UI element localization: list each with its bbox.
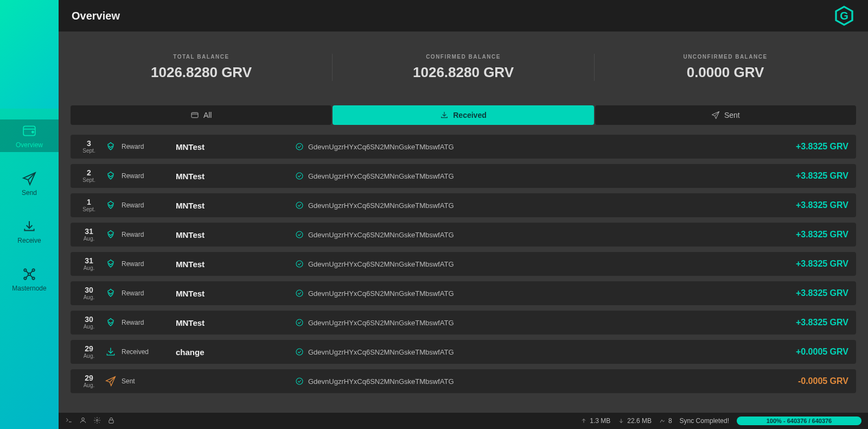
reward-icon <box>100 171 122 181</box>
tx-type: Reward <box>122 201 176 209</box>
lock-icon[interactable] <box>107 417 115 426</box>
transaction-row[interactable]: 31 Aug. Reward MNTest GdevnUgzrHYxCq6SN2… <box>71 223 856 247</box>
tx-address: GdevnUgzrHYxCq6SN2MNnGskeTMbswfATG <box>308 260 454 268</box>
sidebar-item-masternode[interactable]: Masternode <box>0 263 59 295</box>
tx-address-wrap: GdevnUgzrHYxCq6SN2MNnGskeTMbswfATG <box>295 318 751 327</box>
sync-progress-bar: 100% - 640376 / 640376 <box>737 417 861 425</box>
tx-month: Aug. <box>78 354 100 359</box>
tx-address-wrap: GdevnUgzrHYxCq6SN2MNnGskeTMbswfATG <box>295 230 751 239</box>
user-icon[interactable] <box>79 417 87 426</box>
tx-type: Sent <box>122 377 176 385</box>
check-icon <box>295 318 304 327</box>
tx-date: 30 Aug. <box>78 286 100 300</box>
tx-day: 30 <box>78 316 100 323</box>
total-balance: TOTAL BALANCE 1026.8280 GRV <box>71 54 333 81</box>
tx-address-wrap: GdevnUgzrHYxCq6SN2MNnGskeTMbswfATG <box>295 289 751 298</box>
tx-month: Aug. <box>78 295 100 300</box>
tx-date: 3 Sept. <box>78 140 100 154</box>
tx-amount: +0.0005 GRV <box>751 347 848 357</box>
sent-icon <box>100 376 122 387</box>
tx-type: Reward <box>122 143 176 150</box>
peers-stat: 8 <box>659 417 672 425</box>
sidebar-item-overview[interactable]: Overview <box>0 119 59 152</box>
confirmed-balance: CONFIRMED BALANCE 1026.8280 GRV <box>333 54 595 81</box>
reward-icon <box>100 258 122 269</box>
tx-address: GdevnUgzrHYxCq6SN2MNnGskeTMbswfATG <box>308 172 454 180</box>
total-balance-value: 1026.8280 GRV <box>71 64 332 81</box>
tx-date: 31 Aug. <box>78 228 100 242</box>
app-logo-icon[interactable] <box>833 5 855 27</box>
tx-type: Reward <box>122 172 176 180</box>
check-icon <box>295 260 304 268</box>
tx-label: MNTest <box>176 172 295 181</box>
transaction-list[interactable]: 3 Sept. Reward MNTest GdevnUgzrHYxCq6SN2… <box>71 135 856 407</box>
tx-month: Aug. <box>78 266 100 271</box>
tx-amount: +3.8325 GRV <box>751 288 848 298</box>
download-icon <box>618 418 624 424</box>
sidebar-item-label: Send <box>22 189 37 197</box>
tx-type: Reward <box>122 260 176 268</box>
transaction-row[interactable]: 29 Aug. Sent GdevnUgzrHYxCq6SN2MNnGskeTM… <box>71 369 856 393</box>
header: Overview <box>59 0 868 31</box>
tab-received[interactable]: Received <box>333 105 593 125</box>
tx-month: Aug. <box>78 324 100 330</box>
tx-day: 1 <box>78 198 100 206</box>
transaction-row[interactable]: 1 Sept. Reward MNTest GdevnUgzrHYxCq6SN2… <box>71 193 856 217</box>
sidebar-item-label: Overview <box>16 141 43 149</box>
transaction-row[interactable]: 2 Sept. Reward MNTest GdevnUgzrHYxCq6SN2… <box>71 164 856 188</box>
tx-day: 2 <box>78 169 100 176</box>
filter-tabs: All Received Sent <box>71 105 856 125</box>
transaction-row[interactable]: 31 Aug. Reward MNTest GdevnUgzrHYxCq6SN2… <box>71 252 856 276</box>
tx-date: 1 Sept. <box>78 198 100 212</box>
tx-type: Reward <box>122 289 176 297</box>
all-icon <box>190 111 199 119</box>
check-icon <box>295 201 304 210</box>
console-icon[interactable] <box>65 417 73 426</box>
sidebar-nav: OverviewSendReceiveMasternode <box>0 109 59 429</box>
tx-day: 29 <box>78 345 100 352</box>
transaction-row[interactable]: 30 Aug. Reward MNTest GdevnUgzrHYxCq6SN2… <box>71 281 856 305</box>
check-icon <box>295 172 304 180</box>
transaction-row[interactable]: 29 Aug. Received change GdevnUgzrHYxCq6S… <box>71 340 856 364</box>
tx-date: 29 Aug. <box>78 374 100 388</box>
tx-amount: +3.8325 GRV <box>751 318 848 327</box>
wallet-icon <box>20 123 39 139</box>
tab-sent[interactable]: Sent <box>595 105 856 125</box>
tx-label: MNTest <box>176 289 295 298</box>
sidebar-item-receive[interactable]: Receive <box>0 215 59 248</box>
tx-month: Sept. <box>78 148 100 154</box>
tx-address: GdevnUgzrHYxCq6SN2MNnGskeTMbswfATG <box>308 201 454 210</box>
tx-day: 30 <box>78 286 100 294</box>
upload-stat: 1.3 MB <box>580 417 610 425</box>
tx-day: 31 <box>78 257 100 264</box>
tx-day: 31 <box>78 228 100 235</box>
sidebar: OverviewSendReceiveMasternode <box>0 0 59 429</box>
sidebar-item-send[interactable]: Send <box>0 167 59 200</box>
sidebar-item-label: Masternode <box>12 285 46 292</box>
tx-amount: +3.8325 GRV <box>751 259 848 269</box>
transaction-row[interactable]: 3 Sept. Reward MNTest GdevnUgzrHYxCq6SN2… <box>71 135 856 159</box>
tx-label: MNTest <box>176 230 295 239</box>
tx-address-wrap: GdevnUgzrHYxCq6SN2MNnGskeTMbswfATG <box>295 142 751 151</box>
peers-value: 8 <box>668 417 672 425</box>
receive-icon <box>100 346 122 357</box>
tab-all[interactable]: All <box>71 105 331 125</box>
tx-date: 30 Aug. <box>78 316 100 330</box>
tx-date: 31 Aug. <box>78 257 100 271</box>
tx-address: GdevnUgzrHYxCq6SN2MNnGskeTMbswfATG <box>308 289 454 298</box>
settings-icon[interactable] <box>93 417 101 426</box>
tx-address: GdevnUgzrHYxCq6SN2MNnGskeTMbswfATG <box>308 231 454 239</box>
tab-sent-label: Sent <box>724 111 740 119</box>
tx-type: Received <box>122 348 176 356</box>
unconfirmed-balance-label: UNCONFIRMED BALANCE <box>595 54 856 60</box>
tx-address: GdevnUgzrHYxCq6SN2MNnGskeTMbswfATG <box>308 319 454 327</box>
tx-address-wrap: GdevnUgzrHYxCq6SN2MNnGskeTMbswfATG <box>295 201 751 210</box>
tx-date: 29 Aug. <box>78 345 100 359</box>
sync-status-label: Sync Completed! <box>680 417 729 425</box>
tx-address-wrap: GdevnUgzrHYxCq6SN2MNnGskeTMbswfATG <box>295 172 751 180</box>
transaction-row[interactable]: 30 Aug. Reward MNTest GdevnUgzrHYxCq6SN2… <box>71 311 856 335</box>
unconfirmed-balance: UNCONFIRMED BALANCE 0.0000 GRV <box>595 54 856 81</box>
tx-type: Reward <box>122 319 176 326</box>
receive-icon <box>440 111 449 119</box>
check-icon <box>295 348 304 356</box>
